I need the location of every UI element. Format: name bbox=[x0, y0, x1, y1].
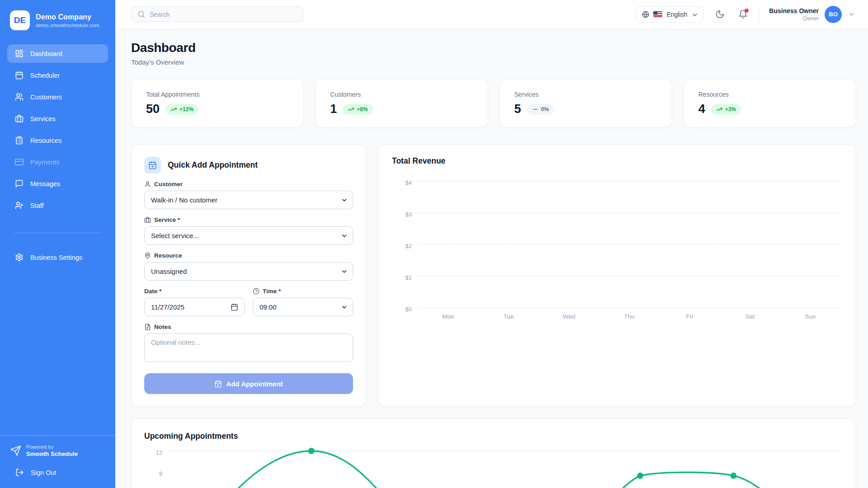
powered-by: Powered by Smooth Schedule bbox=[10, 444, 106, 457]
trending-up-icon bbox=[716, 106, 722, 113]
language-selector[interactable]: English bbox=[636, 6, 704, 23]
clipboard-icon bbox=[15, 136, 24, 145]
sidebar-item-dashboard[interactable]: Dashboard bbox=[7, 44, 108, 63]
sidebar-item-staff[interactable]: Staff bbox=[7, 196, 108, 215]
smooth-schedule-logo-icon bbox=[10, 445, 21, 456]
notification-dot bbox=[745, 9, 749, 13]
revenue-card: Total Revenue $4$3$2$1$0 MonTueWedThuFri… bbox=[378, 144, 856, 407]
topbar-right: English Business Owner Owner BO bbox=[636, 6, 855, 23]
minus-icon bbox=[532, 106, 538, 113]
revenue-x-label: Mon bbox=[418, 313, 478, 320]
stat-label: Services bbox=[514, 91, 657, 98]
add-appointment-button[interactable]: Add Appointment bbox=[144, 373, 353, 394]
sidebar-item-scheduler[interactable]: Scheduler bbox=[7, 66, 108, 84]
stat-card-services: Services 5 0% bbox=[500, 79, 672, 128]
upcoming-title: Upcoming Appointments bbox=[144, 432, 843, 441]
customer-field-label: Customer bbox=[144, 181, 353, 188]
calendar-plus-icon bbox=[214, 380, 222, 388]
topbar: English Business Owner Owner BO bbox=[115, 0, 868, 29]
notes-textarea[interactable] bbox=[144, 333, 353, 362]
calendar-plus-icon bbox=[144, 157, 161, 174]
stat-delta-badge: +8% bbox=[343, 104, 373, 115]
powered-by-label: Powered by bbox=[26, 444, 78, 450]
sidebar-nav: Dashboard Scheduler Customers Services R… bbox=[0, 38, 115, 267]
time-select[interactable]: 09:00 bbox=[253, 298, 353, 316]
brand: DE Demo Company demo.smoothschedule.com bbox=[0, 0, 115, 38]
chevron-down-icon bbox=[848, 10, 855, 18]
sidebar-item-label: Scheduler bbox=[30, 72, 60, 79]
upcoming-data-point bbox=[637, 473, 643, 479]
revenue-x-label: Sun bbox=[780, 313, 840, 320]
sidebar-item-customers[interactable]: Customers bbox=[7, 88, 108, 106]
revenue-x-labels: MonTueWedThuFriSatSun bbox=[418, 313, 840, 320]
dark-mode-toggle[interactable] bbox=[715, 9, 725, 19]
sidebar-item-services[interactable]: Services bbox=[7, 109, 108, 128]
stat-delta-badge: +3% bbox=[711, 104, 741, 115]
staff-icon bbox=[15, 201, 24, 210]
stat-card-customers: Customers 1 +8% bbox=[315, 79, 488, 128]
search-icon bbox=[137, 10, 145, 18]
sidebar-item-resources[interactable]: Resources bbox=[7, 131, 108, 150]
powered-by-name: Smooth Schedule bbox=[26, 450, 78, 457]
sign-out-button[interactable]: Sign Out bbox=[10, 463, 106, 482]
date-input[interactable]: 11/27/2025 bbox=[144, 298, 245, 316]
credit-card-icon bbox=[15, 158, 24, 166]
sidebar-item-payments[interactable]: Payments bbox=[7, 153, 108, 171]
stat-value: 50 bbox=[146, 102, 160, 116]
upcoming-data-point bbox=[730, 473, 736, 479]
user-icon bbox=[144, 181, 151, 188]
dashboard-icon bbox=[15, 49, 24, 58]
stat-delta-badge: 0% bbox=[527, 104, 554, 115]
revenue-x-label: Wed bbox=[539, 313, 599, 320]
quick-add-title: Quick Add Appointment bbox=[168, 160, 258, 170]
sidebar-item-label: Customers bbox=[30, 94, 62, 101]
notifications-button[interactable] bbox=[738, 9, 748, 19]
service-select[interactable]: Select service... bbox=[144, 226, 353, 245]
upcoming-card: Upcoming Appointments 129 bbox=[131, 418, 856, 488]
sidebar-item-label: Business Settings bbox=[30, 254, 82, 261]
upcoming-chart: 129 bbox=[144, 451, 843, 488]
trending-up-icon bbox=[348, 106, 354, 113]
time-field-label: Time * bbox=[253, 288, 353, 295]
user-menu[interactable]: Business Owner Owner BO bbox=[769, 6, 855, 23]
sidebar-item-messages[interactable]: Messages bbox=[7, 174, 108, 193]
revenue-x-label: Fri bbox=[660, 313, 720, 320]
brand-name: Demo Company bbox=[36, 13, 99, 21]
file-text-icon bbox=[144, 324, 151, 330]
search-input[interactable] bbox=[150, 11, 297, 18]
notes-field-label: Notes bbox=[144, 324, 353, 330]
resource-field-label: Resource bbox=[144, 252, 353, 259]
stat-value: 4 bbox=[698, 102, 705, 116]
brand-domain: demo.smoothschedule.com bbox=[36, 23, 99, 28]
sidebar-footer: Powered by Smooth Schedule Sign Out bbox=[0, 435, 115, 488]
main-area: English Business Owner Owner BO bbox=[115, 0, 868, 488]
brand-logo: DE bbox=[10, 10, 30, 30]
upcoming-data-point bbox=[308, 448, 315, 454]
resource-select[interactable]: Unassigned bbox=[144, 262, 353, 281]
sidebar-divider bbox=[14, 233, 101, 233]
sidebar: DE Demo Company demo.smoothschedule.com … bbox=[0, 0, 115, 488]
clock-icon bbox=[253, 288, 259, 295]
stat-card-total-appointments: Total Appointments 50 +12% bbox=[131, 79, 304, 128]
revenue-x-label: Thu bbox=[599, 313, 659, 320]
stats-row: Total Appointments 50 +12% Customers 1 +… bbox=[131, 79, 856, 128]
stat-label: Resources bbox=[698, 91, 841, 98]
revenue-x-label: Sat bbox=[720, 313, 780, 320]
moon-icon bbox=[715, 9, 725, 19]
globe-icon bbox=[642, 11, 649, 18]
sidebar-item-label: Staff bbox=[30, 202, 44, 209]
stat-label: Customers bbox=[330, 91, 473, 98]
stat-delta-badge: +12% bbox=[165, 104, 198, 115]
customer-select[interactable]: Walk-in / No customer bbox=[144, 191, 353, 209]
sidebar-item-label: Payments bbox=[30, 159, 59, 166]
revenue-chart: $4$3$2$1$0 MonTueWedThuFriSatSun bbox=[392, 178, 842, 327]
topbar-divider bbox=[759, 6, 759, 23]
date-field-label: Date * bbox=[144, 288, 245, 295]
sign-out-label: Sign Out bbox=[31, 469, 56, 476]
avatar: BO bbox=[825, 6, 842, 23]
page-title: Dashboard bbox=[131, 41, 856, 55]
sidebar-item-business-settings[interactable]: Business Settings bbox=[7, 248, 108, 267]
search-box bbox=[131, 6, 304, 22]
page-subtitle: Today's Overview bbox=[131, 58, 856, 66]
briefcase-icon bbox=[144, 216, 151, 223]
